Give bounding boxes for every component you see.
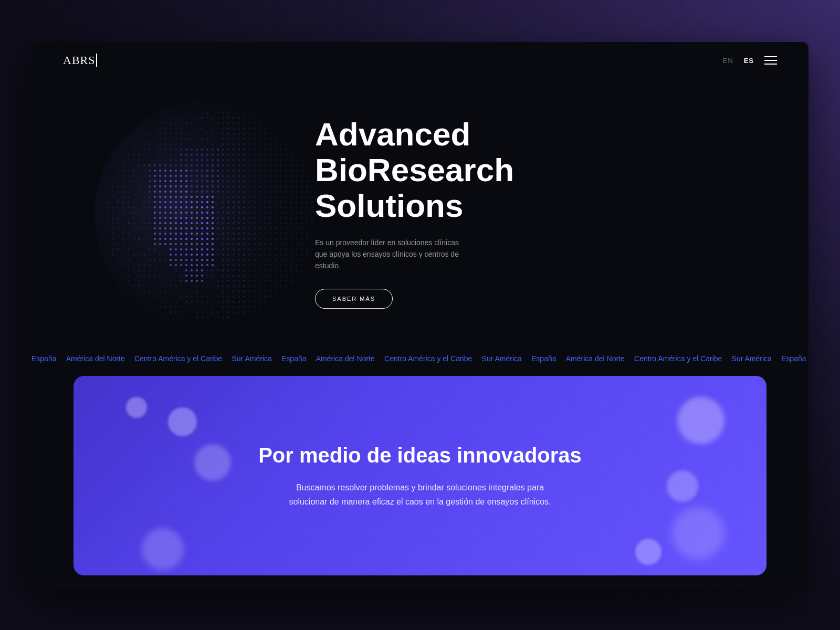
svg-point-482 xyxy=(301,201,303,203)
svg-point-819 xyxy=(170,254,172,256)
svg-point-6 xyxy=(180,117,182,119)
svg-point-37 xyxy=(175,128,177,130)
svg-point-29 xyxy=(243,122,245,124)
svg-point-739 xyxy=(280,238,282,240)
svg-point-1053 xyxy=(275,296,277,298)
svg-point-182 xyxy=(191,159,193,161)
svg-point-366 xyxy=(254,185,256,187)
svg-point-559 xyxy=(306,212,308,214)
svg-point-413 xyxy=(122,196,124,198)
svg-point-183 xyxy=(196,159,198,161)
svg-point-352 xyxy=(180,185,182,187)
svg-point-100 xyxy=(175,143,177,145)
svg-point-277 xyxy=(159,175,161,177)
svg-point-329 xyxy=(243,180,245,182)
svg-point-719 xyxy=(175,238,177,240)
svg-point-684 xyxy=(185,233,187,235)
lang-en-button[interactable]: EN xyxy=(723,57,733,65)
svg-point-491 xyxy=(143,206,145,208)
svg-point-700 xyxy=(269,233,271,235)
svg-point-283 xyxy=(191,175,193,177)
svg-point-147 xyxy=(138,154,140,156)
svg-point-304 xyxy=(301,175,303,177)
svg-point-886 xyxy=(185,264,187,266)
svg-point-318 xyxy=(185,180,187,182)
svg-point-963 xyxy=(290,275,292,277)
svg-point-891 xyxy=(212,264,214,266)
lang-es-button[interactable]: ES xyxy=(744,57,754,65)
svg-point-244 xyxy=(164,170,166,172)
svg-point-264 xyxy=(269,170,271,172)
saber-mas-button[interactable]: SABER MÁS xyxy=(315,289,393,309)
svg-point-353 xyxy=(185,185,187,187)
hero-subtitle: Es un proveedor líder en soluciones clín… xyxy=(315,237,472,272)
svg-point-941 xyxy=(154,275,156,277)
svg-point-270 xyxy=(301,170,303,172)
svg-point-740 xyxy=(285,238,287,240)
svg-point-661 xyxy=(243,227,245,229)
svg-point-1091 xyxy=(222,311,224,313)
svg-point-919 xyxy=(206,269,208,271)
svg-point-640 xyxy=(133,227,135,229)
svg-point-653 xyxy=(201,227,203,229)
header-right: EN ES xyxy=(723,56,777,65)
svg-point-666 xyxy=(269,227,271,229)
svg-point-223 xyxy=(233,164,235,166)
svg-point-832 xyxy=(238,254,240,256)
svg-point-518 xyxy=(290,206,292,208)
svg-point-961 xyxy=(280,275,282,277)
svg-point-680 xyxy=(164,233,166,235)
svg-point-1033 xyxy=(143,296,145,298)
svg-point-21 xyxy=(175,122,177,124)
svg-point-152 xyxy=(185,154,187,156)
svg-point-72 xyxy=(275,133,277,135)
svg-point-404 xyxy=(269,191,271,193)
svg-point-1089 xyxy=(212,311,214,313)
svg-point-995 xyxy=(175,285,177,287)
svg-point-593 xyxy=(290,217,292,219)
svg-point-34 xyxy=(159,128,161,130)
svg-point-905 xyxy=(290,264,292,266)
svg-point-644 xyxy=(154,227,156,229)
svg-point-332 xyxy=(259,180,261,182)
svg-point-745 xyxy=(112,243,114,245)
svg-point-842 xyxy=(290,254,292,256)
svg-point-605 xyxy=(154,222,156,224)
svg-point-60 xyxy=(212,133,214,135)
svg-point-510 xyxy=(248,206,250,208)
menu-line-1 xyxy=(764,56,777,57)
svg-point-257 xyxy=(233,170,235,172)
svg-point-856 xyxy=(185,259,187,261)
svg-point-24 xyxy=(217,122,219,124)
svg-point-744 xyxy=(306,238,308,240)
svg-point-577 xyxy=(206,217,208,219)
svg-point-43 xyxy=(227,128,229,130)
svg-point-557 xyxy=(296,212,298,214)
svg-point-750 xyxy=(159,243,161,245)
svg-point-28 xyxy=(238,122,240,124)
svg-point-274 xyxy=(143,175,145,177)
svg-point-1012 xyxy=(280,285,282,287)
svg-point-579 xyxy=(217,217,219,219)
svg-point-124 xyxy=(185,149,187,151)
svg-point-840 xyxy=(280,254,282,256)
svg-point-234 xyxy=(290,164,292,166)
svg-point-250 xyxy=(196,170,198,172)
svg-point-69 xyxy=(259,133,261,135)
svg-point-145 xyxy=(128,154,130,156)
svg-point-970 xyxy=(196,280,198,282)
svg-point-385 xyxy=(170,191,172,193)
svg-point-625 xyxy=(259,222,261,224)
svg-point-756 xyxy=(191,243,193,245)
svg-point-180 xyxy=(180,159,182,161)
svg-point-771 xyxy=(275,243,277,245)
svg-point-1079 xyxy=(233,306,235,308)
svg-point-1021 xyxy=(222,290,224,292)
svg-point-882 xyxy=(149,264,151,266)
hamburger-menu-button[interactable] xyxy=(764,56,777,65)
svg-point-796 xyxy=(238,248,240,250)
logo: ABRS xyxy=(63,54,97,67)
svg-point-711 xyxy=(133,238,135,240)
svg-point-200 xyxy=(285,159,287,161)
svg-point-904 xyxy=(285,264,287,266)
